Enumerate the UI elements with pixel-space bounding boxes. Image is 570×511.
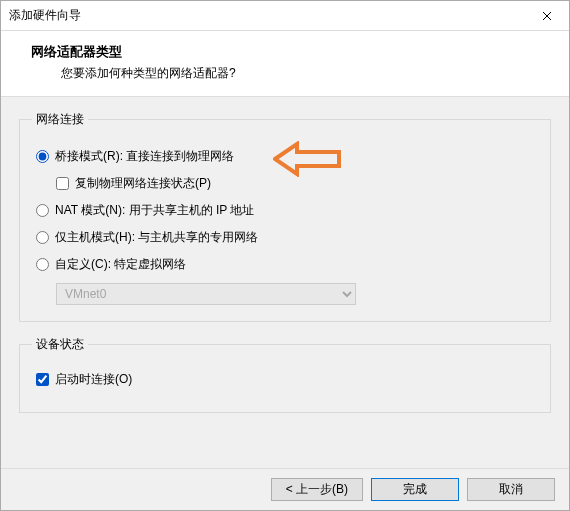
window-title: 添加硬件向导 (9, 7, 81, 24)
close-button[interactable] (524, 1, 569, 30)
header-title: 网络适配器类型 (31, 43, 549, 61)
finish-button[interactable]: 完成 (371, 478, 459, 501)
connect-on-poweron-checkbox[interactable] (36, 373, 49, 386)
device-group-legend: 设备状态 (32, 336, 88, 353)
header-subtitle: 您要添加何种类型的网络适配器? (61, 65, 549, 82)
vmnet-select[interactable]: VMnet0 (56, 283, 356, 305)
close-icon (542, 11, 552, 21)
wizard-footer: < 上一步(B) 完成 取消 (1, 468, 569, 510)
bridged-radio[interactable] (36, 150, 49, 163)
hostonly-label: 仅主机模式(H): 与主机共享的专用网络 (55, 229, 258, 246)
wizard-header: 网络适配器类型 您要添加何种类型的网络适配器? (1, 31, 569, 97)
titlebar: 添加硬件向导 (1, 1, 569, 31)
network-connection-group: 网络连接 桥接模式(R): 直接连接到物理网络 复制物理网络连接状态(P) NA… (19, 111, 551, 322)
bridged-radio-row[interactable]: 桥接模式(R): 直接连接到物理网络 (36, 148, 536, 165)
device-state-group: 设备状态 启动时连接(O) (19, 336, 551, 413)
nat-label: NAT 模式(N): 用于共享主机的 IP 地址 (55, 202, 254, 219)
cancel-button[interactable]: 取消 (467, 478, 555, 501)
custom-label: 自定义(C): 特定虚拟网络 (55, 256, 186, 273)
connect-on-poweron-label: 启动时连接(O) (55, 371, 132, 388)
hostonly-radio-row[interactable]: 仅主机模式(H): 与主机共享的专用网络 (36, 229, 536, 246)
nat-radio-row[interactable]: NAT 模式(N): 用于共享主机的 IP 地址 (36, 202, 536, 219)
bridged-label: 桥接模式(R): 直接连接到物理网络 (55, 148, 234, 165)
vmnet-select-wrap: VMnet0 (56, 283, 536, 305)
replicate-checkbox[interactable] (56, 177, 69, 190)
back-button[interactable]: < 上一步(B) (271, 478, 363, 501)
replicate-check-row[interactable]: 复制物理网络连接状态(P) (56, 175, 536, 192)
hostonly-radio[interactable] (36, 231, 49, 244)
network-group-legend: 网络连接 (32, 111, 88, 128)
wizard-body: 网络连接 桥接模式(R): 直接连接到物理网络 复制物理网络连接状态(P) NA… (1, 97, 569, 468)
custom-radio-row[interactable]: 自定义(C): 特定虚拟网络 (36, 256, 536, 273)
connect-on-poweron-row[interactable]: 启动时连接(O) (36, 371, 536, 388)
replicate-label: 复制物理网络连接状态(P) (75, 175, 211, 192)
nat-radio[interactable] (36, 204, 49, 217)
custom-radio[interactable] (36, 258, 49, 271)
wizard-window: 添加硬件向导 网络适配器类型 您要添加何种类型的网络适配器? 网络连接 桥接模式… (0, 0, 570, 511)
